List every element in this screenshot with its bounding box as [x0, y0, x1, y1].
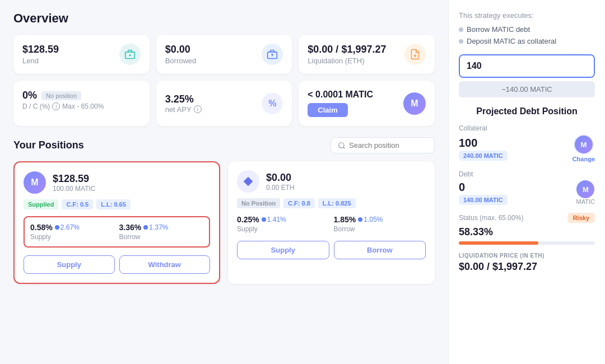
strategy-item-0: Borrow MATIC debt [459, 25, 595, 34]
matic-claim-card: < 0.0001 MATIC Claim M [299, 81, 435, 126]
progress-bar [459, 241, 595, 245]
positions-header: Your Positions [13, 137, 435, 153]
dc-info-icon[interactable]: i [52, 102, 60, 110]
matic-badge-0: Supplied [24, 199, 58, 209]
liquidation-label: Liquidation (ETH) [308, 57, 386, 65]
input-currency: MATIC [591, 55, 595, 77]
eth-badges-row: No Position C.F: 0.8 L.L: 0.825 [237, 198, 426, 208]
apy-percent-icon: % [262, 93, 283, 114]
net-apy-value: 3.25% [165, 94, 202, 105]
strategy-item-1: Deposit MATIC as collateral [459, 37, 595, 45]
pos-header-eth: $0.00 0.00 ETH [237, 170, 426, 193]
change-icon: M [574, 134, 594, 155]
borrowed-value: $0.00 [165, 44, 197, 55]
matic-borrow-label: Borrow [119, 233, 204, 241]
position-card-eth: $0.00 0.00 ETH No Position C.F: 0.8 L.L:… [228, 161, 435, 284]
change-label: Change [573, 156, 595, 162]
status-row: Status (max. 65.00%) Risky [459, 213, 595, 223]
liquidation-icon [404, 44, 426, 65]
search-box[interactable] [331, 137, 435, 153]
search-input[interactable] [349, 141, 427, 150]
borrowed-label: Borrowed [165, 57, 197, 65]
matic-avatar: M [403, 92, 426, 115]
collateral-badge: 240.00 MATIC [459, 151, 508, 161]
status-label: Status (max. 65.00%) [459, 214, 523, 222]
debt-matic-icon: M [576, 180, 594, 198]
debt-row: 0 140.00 MATIC M MATIC [459, 180, 595, 205]
risky-badge: Risky [567, 213, 595, 223]
matic-borrow-change: 1.37% [143, 223, 168, 231]
collateral-row: 100 240.00 MATIC M Change [459, 134, 595, 162]
net-apy-label: net APY [165, 105, 192, 114]
debt-badge: 140.00 MATIC [459, 195, 508, 205]
approx-value: ~140.00 MATIC [459, 81, 595, 97]
matic-pos-amount: $128.59 [53, 173, 95, 185]
matic-borrow-group: 3.36% 1.37% Borrow [119, 223, 204, 241]
bullet-1 [459, 39, 463, 44]
svg-marker-9 [244, 177, 253, 186]
liq-label: LIQUIDATION PRICE (IN ETH) [459, 253, 595, 259]
bullet-0 [459, 27, 463, 32]
lend-value: $128.59 [22, 44, 59, 55]
eth-supply-rate: 0.25% [237, 215, 259, 224]
eth-borrow-rate: 1.85% [334, 215, 356, 224]
dc-max: Max - 65.00% [62, 102, 104, 110]
eth-borrow-change: 1.05% [358, 216, 383, 223]
lend-icon [119, 44, 141, 65]
claim-button[interactable]: Claim [308, 103, 347, 117]
debt-value: 0 [459, 181, 508, 194]
strategy-title: This strategy executes: [459, 11, 595, 20]
collateral-section: Collateral 100 240.00 MATIC M Change [459, 124, 595, 162]
matic-supply-label: Supply [30, 233, 115, 241]
eth-borrow-button[interactable]: Borrow [334, 241, 426, 259]
eth-supply-button[interactable]: Supply [237, 241, 329, 259]
eth-supply-change-dot [262, 217, 266, 222]
no-position-badge: No position [41, 91, 81, 100]
matic-label: MATIC [576, 198, 595, 205]
matic-supply-button[interactable]: Supply [24, 255, 115, 274]
matic-amount: < 0.0001 MATIC [308, 90, 373, 100]
matic-pos-sub: 100.00 MATIC [53, 185, 95, 193]
amount-input[interactable] [460, 55, 591, 77]
matic-supply-rate: 0.58% [30, 223, 53, 232]
eth-rates-row: 0.25% 1.41% Supply 1.85% 1.05% [237, 215, 426, 233]
collateral-value: 100 [459, 137, 508, 150]
matic-badge-2: L.L: 0.65 [96, 199, 131, 209]
matic-supply-group: 0.58% 2.67% Supply [30, 223, 115, 241]
dc-label: D / C (%) [22, 102, 50, 110]
lend-label: Lend [22, 57, 59, 65]
progress-fill [459, 241, 538, 245]
eth-supply-group: 0.25% 1.41% Supply [237, 215, 329, 233]
eth-borrow-group: 1.85% 1.05% Borrow [334, 215, 426, 233]
supply-change-dot [55, 225, 59, 230]
eth-supply-label: Supply [237, 225, 329, 233]
matic-pos-avatar: M [24, 171, 46, 194]
status-pct: 58.33% [459, 226, 595, 238]
position-card-matic: M $128.59 100.00 MATIC Supplied C.F: 0.5… [13, 161, 220, 284]
matic-borrow-rate: 3.36% [119, 223, 142, 232]
collateral-matic-icon: M [575, 136, 593, 153]
positions-title: Your Positions [13, 139, 84, 151]
matic-action-btns: Supply Withdraw [24, 255, 210, 274]
change-button[interactable]: M Change [573, 134, 595, 162]
eth-borrow-label: Borrow [334, 225, 426, 233]
debt-section: Debt 0 140.00 MATIC M MATIC [459, 170, 595, 205]
overview-stats-row: $128.59 Lend $0.00 Borrowed [13, 35, 435, 74]
eth-pos-amount: $0.00 [266, 172, 295, 184]
eth-pos-avatar [237, 170, 259, 193]
liq-value: $0.00 / $1,997.27 [459, 261, 595, 273]
borrow-change-dot [143, 225, 148, 230]
apy-info-icon[interactable]: i [194, 105, 202, 113]
eth-badge-1: C.F: 0.8 [283, 198, 315, 208]
dc-pct: 0% [22, 90, 37, 101]
eth-pos-sub: 0.00 ETH [266, 184, 295, 192]
matic-badge-1: C.F: 0.5 [62, 199, 93, 209]
matic-withdraw-button[interactable]: Withdraw [119, 255, 211, 274]
eth-badge-0: No Position [237, 198, 280, 208]
eth-supply-change: 1.41% [262, 216, 286, 223]
amount-input-group[interactable]: MATIC [459, 54, 595, 78]
main-content: Overview $128.59 Lend $0.00 Borrowed [0, 0, 448, 364]
svg-point-8 [339, 142, 344, 147]
borrowed-icon [262, 44, 283, 65]
borrowed-card: $0.00 Borrowed [156, 35, 292, 74]
